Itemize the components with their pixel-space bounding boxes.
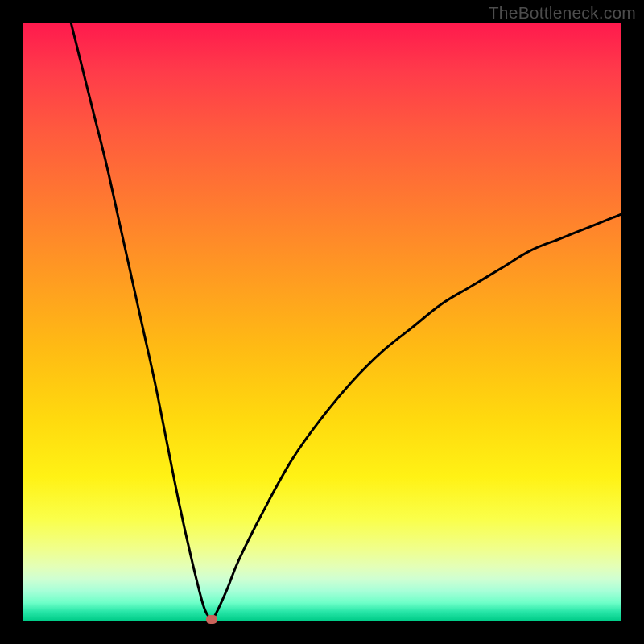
optimal-point-marker xyxy=(206,615,217,624)
bottleneck-curve xyxy=(23,23,621,621)
attribution-text: TheBottleneck.com xyxy=(489,3,636,23)
chart-frame: TheBottleneck.com xyxy=(0,0,644,644)
plot-area xyxy=(23,23,621,621)
